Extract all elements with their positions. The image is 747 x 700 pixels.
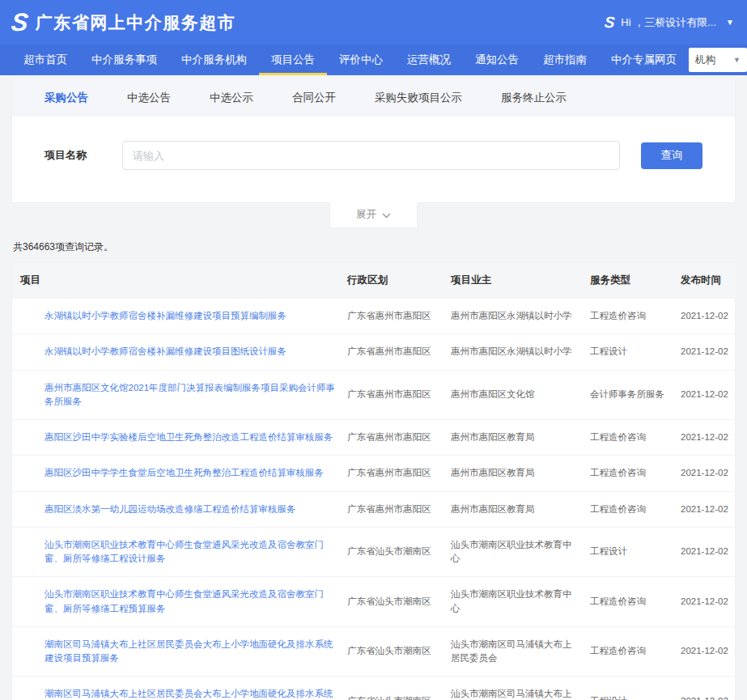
publish-date-cell: 2021-12-02 [673,527,736,577]
nav-item-label: 评价中心 [339,53,383,67]
nav-item[interactable]: 中介服务事项 [79,45,169,75]
region-cell: 广东省惠州市惠阳区 [339,420,443,456]
nav-item-label: 中介专属网页 [611,53,677,67]
service-type-cell: 工程造价咨询 [582,299,673,334]
nav-item-label: 超市首页 [23,53,67,67]
nav-item[interactable]: 中介服务机构 [169,45,259,75]
nav-item[interactable]: 超市首页 [11,45,79,75]
publish-date-cell: 2021-12-02 [673,626,736,677]
table-row: 潮南区司马浦镇大布上社区居民委员会大布上小学地面硬化及排水系统建设项目预算服务 … [12,626,736,677]
table-row: 永湖镇以时小学教师宿舍楼补漏维修建设项目图纸设计服务 广东省惠州市惠阳区 惠州市… [12,334,736,370]
site-logo-icon: S [10,10,29,35]
site-title: 广东省网上中介服务超市 [36,11,236,34]
header: S 广东省网上中介服务超市 S Hi ，三桥设计有限... ▼ [0,0,747,45]
search-category-value: 机构 [695,53,715,67]
tab-label: 合同公开 [292,91,336,104]
project-link[interactable]: 惠阳区淡水第一幼儿园运动场改造修缮工程造价结算审核服务 [45,504,296,514]
nav-item-label: 项目公告 [271,53,315,67]
region-cell: 广东省惠州市惠阳区 [339,491,443,527]
column-header: 服务类型 [582,263,673,299]
project-link[interactable]: 惠州市惠阳区文化馆2021年度部门决算报表编制服务项目采购会计师事务所服务 [45,383,335,406]
project-link[interactable]: 永湖镇以时小学教师宿舍楼补漏维修建设项目预算编制服务 [45,311,286,320]
owner-cell: 惠州市惠阳区教育局 [443,420,582,456]
project-link[interactable]: 永湖镇以时小学教师宿舍楼补漏维修建设项目图纸设计服务 [45,346,286,356]
project-link[interactable]: 汕头市潮南区职业技术教育中心师生食堂通风采光改造及宿舍教室门窗、厕所等修缮工程预… [45,589,324,613]
project-link[interactable]: 潮南区司马浦镇大布上社区居民委员会大布上小学地面硬化及排水系统建设项目施工图纸设… [45,689,333,700]
service-type-cell: 工程造价咨询 [582,577,673,627]
owner-cell: 惠州市惠阳区永湖镇以时小学 [443,299,582,334]
tab[interactable]: 中选公告 [108,78,190,117]
query-button[interactable]: 查询 [641,142,702,169]
tab-strip: 采购公告 中选公告 中选公示 合同公开 采购失败项目公示 [12,78,735,117]
project-cell: 永湖镇以时小学教师宿舍楼补漏维修建设项目预算编制服务 [12,299,339,334]
main-content: 采购公告 中选公告 中选公示 合同公开 采购失败项目公示 [11,78,736,700]
project-name-input[interactable] [122,141,620,170]
brand: S 广东省网上中介服务超市 [11,10,236,35]
project-name-label: 项目名称 [45,148,98,163]
region-cell: 广东省惠州市惠阳区 [339,299,443,334]
nav-item[interactable]: 评价中心 [327,45,395,75]
project-cell: 惠阳区沙田中学学生食堂后空地卫生死角整治工程造价结算审核服务 [12,456,339,491]
tab[interactable]: 采购失败项目公示 [355,78,482,117]
owner-cell: 汕头市潮南区司马浦镇大布上居民委员会 [443,626,582,677]
nav-item[interactable]: 中介专属网页 [599,45,689,75]
nav-item[interactable]: 超市指南 [531,45,599,75]
nav-item-label: 运营概况 [407,53,451,67]
owner-cell: 惠州市惠阳区教育局 [443,491,582,527]
publish-date-cell: 2021-12-02 [673,456,736,491]
tab-label: 采购公告 [45,91,88,104]
table-row: 惠州市惠阳区文化馆2021年度部门决算报表编制服务项目采购会计师事务所服务 广东… [12,370,736,420]
service-type-cell: 工程造价咨询 [582,491,673,527]
nav-item[interactable]: 运营概况 [395,45,463,75]
service-type-cell: 工程设计 [582,527,673,577]
header-search: 机构 ▼ [689,45,747,75]
tab[interactable]: 采购公告 [25,78,108,117]
nav-item[interactable]: 通知公告 [463,45,531,75]
search-category-select[interactable]: 机构 ▼ [689,48,747,72]
tab[interactable]: 服务终止公示 [482,78,586,117]
tab[interactable]: 合同公开 [273,78,355,117]
publish-date-cell: 2021-12-02 [673,370,736,420]
project-cell: 潮南区司马浦镇大布上社区居民委员会大布上小学地面硬化及排水系统建设项目施工图纸设… [12,677,339,700]
region-cell: 广东省汕头市潮南区 [339,626,443,677]
publish-date-cell: 2021-12-02 [673,491,736,527]
filter-panel: 采购公告 中选公告 中选公示 合同公开 采购失败项目公示 [11,78,736,203]
nav-list: 超市首页 中介服务事项 中介服务机构 项目公告 评价中心 [11,45,689,75]
tab-label: 中选公告 [127,91,171,104]
publish-date-cell: 2021-12-02 [673,577,736,627]
region-cell: 广东省惠州市惠阳区 [339,334,443,370]
publish-date-cell: 2021-12-02 [673,420,736,456]
page: S 广东省网上中介服务超市 S Hi ，三桥设计有限... ▼ 超市首页 中介服… [0,0,747,700]
table-row: 汕头市潮南区职业技术教育中心师生食堂通风采光改造及宿舍教室门窗、厕所等修缮工程设… [12,527,736,577]
column-header: 项目 [12,263,339,299]
result-count: 共364663项查询记录。 [13,240,736,254]
publish-date-cell: 2021-12-02 [673,299,736,334]
expand-button[interactable]: 展开 [329,202,418,228]
owner-cell: 惠州市惠阳区教育局 [443,456,582,491]
project-link[interactable]: 潮南区司马浦镇大布上社区居民委员会大布上小学地面硬化及排水系统建设项目预算服务 [45,639,333,663]
owner-cell: 汕头市潮南区司马浦镇大布上居民委员会 [443,677,582,700]
region-cell: 广东省汕头市潮南区 [339,677,443,700]
region-cell: 广东省惠州市惠阳区 [339,370,443,420]
region-cell: 广东省汕头市潮南区 [339,527,443,577]
table-row: 汕头市潮南区职业技术教育中心师生食堂通风采光改造及宿舍教室门窗、厕所等修缮工程预… [12,577,736,627]
table-row: 惠阳区沙田中学学生食堂后空地卫生死角整治工程造价结算审核服务 广东省惠州市惠阳区… [12,456,736,491]
project-cell: 惠阳区淡水第一幼儿园运动场改造修缮工程造价结算审核服务 [12,491,339,527]
column-header: 发布时间 [673,263,736,299]
expand-label: 展开 [356,208,376,222]
results-table-panel: 项目行政区划项目业主服务类型发布时间 永湖镇以时小学教师宿舍楼补漏维修建设项目预… [11,262,736,700]
nav-item-label: 超市指南 [543,53,587,67]
nav-item-label: 中介服务机构 [181,53,247,67]
tab[interactable]: 中选公示 [190,78,273,117]
nav-item[interactable]: 项目公告 [259,45,327,75]
table-row: 潮南区司马浦镇大布上社区居民委员会大布上小学地面硬化及排水系统建设项目施工图纸设… [12,677,736,700]
project-link[interactable]: 惠阳区沙田中学实验楼后空地卫生死角整治改造工程造价结算审核服务 [45,432,333,442]
project-link[interactable]: 惠阳区沙田中学学生食堂后空地卫生死角整治工程造价结算审核服务 [45,468,324,477]
nav-item-label: 通知公告 [475,53,519,67]
table-header-row: 项目行政区划项目业主服务类型发布时间 [12,263,736,299]
project-link[interactable]: 汕头市潮南区职业技术教育中心师生食堂通风采光改造及宿舍教室门窗、厕所等修缮工程设… [45,540,324,563]
tab-label: 采购失败项目公示 [375,91,462,104]
filter-row: 项目名称 查询 [12,117,735,202]
tab-label: 服务终止公示 [501,91,567,104]
user-menu[interactable]: S Hi ，三桥设计有限... ▼ [605,15,734,30]
